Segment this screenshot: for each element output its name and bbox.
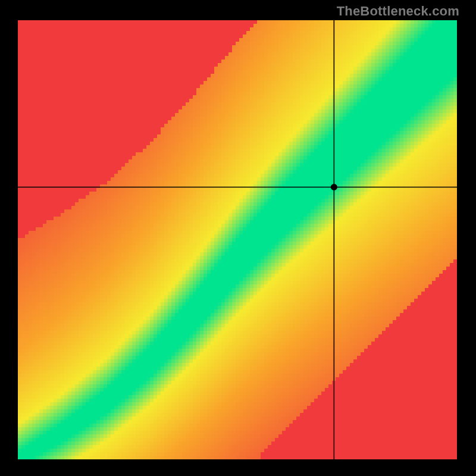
crosshair-overlay (18, 20, 457, 459)
watermark-text: TheBottleneck.com (337, 4, 459, 19)
chart-root: TheBottleneck.com (0, 0, 476, 476)
